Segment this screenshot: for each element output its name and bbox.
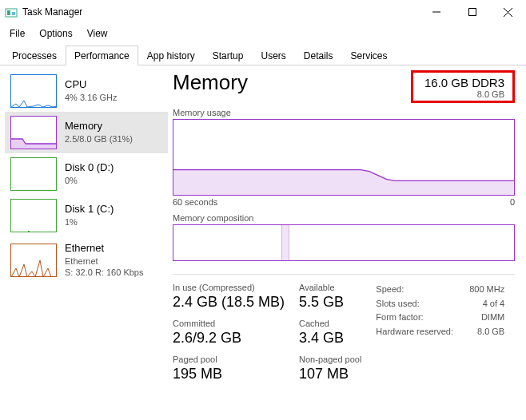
content: CPU 4% 3.16 GHz Memory 2.5/8.0 GB (31%) … bbox=[0, 65, 526, 420]
reserved-label: Hardware reserved: bbox=[376, 325, 453, 339]
menubar: File Options View bbox=[0, 24, 526, 43]
sidebar-disk1-sub: 1% bbox=[65, 216, 114, 228]
inuse-label: In use (Compressed) bbox=[173, 283, 285, 292]
sidebar-disk1-title: Disk 1 (C:) bbox=[65, 203, 114, 216]
task-manager-icon bbox=[5, 6, 18, 18]
cached-label: Cached bbox=[299, 319, 361, 328]
sidebar-cpu-title: CPU bbox=[65, 78, 117, 92]
sidebar-memory-sub: 2.5/8.0 GB (31%) bbox=[65, 133, 133, 145]
maximize-button[interactable] bbox=[454, 0, 490, 24]
form-value: DIMM bbox=[481, 311, 504, 325]
sidebar-disk0-sub: 0% bbox=[65, 175, 114, 186]
cached-value: 3.4 GB bbox=[299, 330, 361, 347]
speed-label: Speed: bbox=[376, 283, 404, 297]
sidebar-item-disk0[interactable]: Disk 0 (D:) 0% bbox=[5, 153, 168, 195]
axis-right: 0 bbox=[510, 197, 515, 207]
titlebar: Task Manager bbox=[0, 0, 526, 24]
tab-details[interactable]: Details bbox=[295, 46, 342, 65]
nonpaged-label: Non-paged pool bbox=[299, 355, 361, 364]
memory-installed: 16.0 GB DDR3 bbox=[421, 76, 504, 89]
tab-processes[interactable]: Processes bbox=[3, 46, 66, 65]
menu-options[interactable]: Options bbox=[33, 26, 78, 42]
cpu-graph-icon bbox=[10, 74, 57, 108]
tabs: Processes Performance App history Startu… bbox=[0, 45, 526, 65]
sidebar-item-disk1[interactable]: Disk 1 (C:) 1% bbox=[5, 195, 168, 236]
sidebar-ethernet-sub1: Ethernet bbox=[65, 256, 143, 267]
disk1-graph-icon bbox=[10, 199, 57, 232]
sidebar-ethernet-sub2: S: 32.0 R: 160 Kbps bbox=[65, 267, 143, 278]
window-title: Task Manager bbox=[22, 6, 418, 18]
sidebar: CPU 4% 3.16 GHz Memory 2.5/8.0 GB (31%) … bbox=[0, 65, 168, 420]
menu-view[interactable]: View bbox=[81, 26, 114, 42]
svg-rect-4 bbox=[468, 9, 476, 16]
composition-label: Memory composition bbox=[173, 213, 515, 223]
svg-marker-8 bbox=[173, 170, 514, 195]
nonpaged-value: 107 MB bbox=[299, 366, 361, 382]
committed-label: Committed bbox=[173, 319, 285, 328]
main-panel: Memory 16.0 GB DDR3 8.0 GB Memory usage … bbox=[168, 65, 526, 420]
tab-users[interactable]: Users bbox=[252, 46, 294, 65]
sidebar-item-cpu[interactable]: CPU 4% 3.16 GHz bbox=[5, 70, 168, 112]
menu-file[interactable]: File bbox=[3, 26, 31, 42]
disk0-graph-icon bbox=[10, 157, 57, 191]
svg-rect-2 bbox=[12, 12, 15, 15]
committed-value: 2.6/9.2 GB bbox=[173, 330, 285, 347]
tab-performance[interactable]: Performance bbox=[66, 46, 138, 65]
available-label: Available bbox=[299, 283, 361, 292]
svg-rect-1 bbox=[7, 10, 10, 15]
sidebar-item-ethernet[interactable]: Ethernet Ethernet S: 32.0 R: 160 Kbps bbox=[5, 236, 168, 284]
hardware-table: Speed:800 MHz Slots used:4 of 4 Form fac… bbox=[376, 283, 504, 382]
axis-left: 60 seconds bbox=[173, 197, 217, 207]
memory-composition-graph[interactable] bbox=[173, 224, 515, 261]
close-button[interactable] bbox=[490, 0, 526, 24]
usage-line-icon bbox=[173, 120, 514, 195]
sidebar-disk0-title: Disk 0 (D:) bbox=[65, 161, 114, 175]
paged-label: Paged pool bbox=[173, 355, 285, 364]
slots-value: 4 of 4 bbox=[483, 297, 505, 311]
slots-label: Slots used: bbox=[376, 297, 419, 311]
sidebar-item-memory[interactable]: Memory 2.5/8.0 GB (31%) bbox=[5, 112, 168, 153]
memory-info-box: 16.0 GB DDR3 8.0 GB bbox=[411, 70, 515, 103]
memory-graph-icon bbox=[10, 116, 57, 149]
memory-usage-graph[interactable]: WINDOWSDIGITAL.com bbox=[173, 119, 515, 196]
tab-app-history[interactable]: App history bbox=[138, 46, 204, 65]
memory-usable: 8.0 GB bbox=[421, 89, 504, 99]
separator bbox=[173, 274, 515, 275]
ethernet-graph-icon bbox=[10, 244, 57, 277]
tab-startup[interactable]: Startup bbox=[204, 46, 253, 65]
reserved-value: 8.0 GB bbox=[477, 325, 504, 339]
paged-value: 195 MB bbox=[173, 366, 285, 382]
usage-label: Memory usage bbox=[173, 108, 231, 117]
speed-value: 800 MHz bbox=[469, 283, 504, 297]
stats: In use (Compressed) 2.4 GB (18.5 MB) Com… bbox=[173, 283, 515, 382]
available-value: 5.5 GB bbox=[299, 294, 361, 311]
sidebar-memory-title: Memory bbox=[65, 120, 133, 133]
minimize-button[interactable] bbox=[418, 0, 454, 24]
sidebar-ethernet-title: Ethernet bbox=[65, 242, 143, 256]
sidebar-cpu-sub: 4% 3.16 GHz bbox=[65, 92, 117, 103]
form-label: Form factor: bbox=[376, 311, 423, 325]
tab-services[interactable]: Services bbox=[342, 46, 396, 65]
inuse-value: 2.4 GB (18.5 MB) bbox=[173, 294, 285, 311]
page-title: Memory bbox=[173, 70, 248, 95]
